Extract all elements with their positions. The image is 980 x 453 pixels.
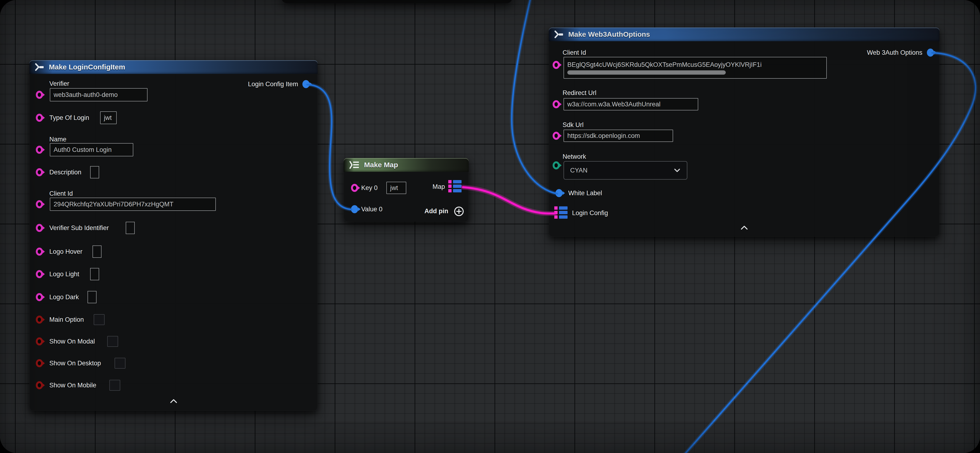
pin-client-id[interactable] [36,200,43,208]
node-title: Make Web3AuthOptions [568,30,650,38]
show-on-desktop-checkbox[interactable] [115,358,126,369]
client-id-value: 294QRkchfq2YaXUbPri7D6PH7xzHgQMT [54,201,173,208]
chevron-up-icon [740,225,748,230]
pin-label-login-config: Login Config [572,209,608,217]
pin-label-logo-light: Logo Light [49,270,79,278]
pin-web3auth-options-output[interactable] [927,49,934,57]
pin-label-value-0: Value 0 [361,205,383,213]
add-pin-plus-icon [453,206,465,217]
pin-login-config-item-output[interactable] [302,80,310,88]
client-id-input[interactable]: 294QRkchfq2YaXUbPri7D6PH7xzHgQMT [50,198,216,211]
key-0-input[interactable]: jwt [387,182,406,194]
h-scrollbar[interactable] [567,70,726,74]
description-input[interactable] [90,166,99,178]
make-map-icon [348,160,360,169]
network-selected-value: CYAN [570,167,587,174]
pin-label-redirect-url: Redirect Url [563,89,597,97]
pin-type-of-login[interactable] [36,114,43,122]
pin-verifier-sub-identifier[interactable] [36,224,43,232]
pin-key-0[interactable] [351,184,358,192]
node-make-loginconfigitem: Make LoginConfigItem Login Config Item V… [29,60,318,411]
pin-client-id[interactable] [553,61,560,69]
node-title: Make LoginConfigItem [49,63,125,71]
pin-label-verifier-sub-identifier: Verifier Sub Identifier [49,224,109,232]
pin-network[interactable] [553,162,560,169]
pin-label-web3auth-options: Web 3Auth Options [867,49,923,57]
collapse-node-button[interactable] [740,225,748,230]
chevron-up-icon [170,399,178,404]
offscreen-node-remnant[interactable] [281,0,512,3]
add-pin-label: Add pin [425,207,448,215]
node-header-make-loginconfigitem[interactable]: Make LoginConfigItem [29,60,318,74]
pin-main-option[interactable] [36,315,43,324]
pin-label-description: Description [49,168,81,176]
pin-value-0[interactable] [351,205,358,213]
pin-logo-light[interactable] [36,270,43,278]
redirect-url-value: w3a://com.w3a.Web3AuthUnreal [567,101,660,108]
pin-label-show-on-mobile: Show On Mobile [49,381,96,389]
blueprint-canvas[interactable]: Make LoginConfigItem Login Config Item V… [0,0,980,453]
key-0-value: jwt [390,184,398,192]
redirect-url-input[interactable]: w3a://com.w3a.Web3AuthUnreal [563,98,698,111]
pin-verifier[interactable] [36,91,43,99]
pin-login-config[interactable] [554,206,568,219]
pin-label-verifier: Verifier [49,79,69,88]
pin-logo-dark[interactable] [36,293,43,301]
sdk-url-input[interactable]: https://sdk.openlogin.com [563,130,673,142]
pin-label-main-option: Main Option [49,315,84,324]
network-dropdown[interactable]: CYAN [563,161,687,180]
chevron-down-icon [674,168,681,173]
web3auth-client-id-input[interactable]: BEglQSgt4cUWcj6SKRdu5QkOXTsePmMcusG5EAoy… [563,57,827,79]
pin-map-output[interactable] [448,180,461,192]
pin-label-client-id: Client Id [49,190,73,198]
pin-label-network: Network [563,152,586,161]
pin-label-login-config-item: Login Config Item [248,80,298,88]
verifier-value: web3auth-auth0-demo [54,91,118,98]
name-input[interactable]: Auth0 Custom Login [50,143,133,156]
node-make-web3authoptions: Make Web3AuthOptions Web 3Auth Options C… [549,27,939,237]
add-pin-button[interactable] [453,206,465,217]
pin-label-type-of-login: Type Of Login [49,114,89,122]
pin-label-logo-hover: Logo Hover [49,247,83,256]
logo-dark-input[interactable] [88,291,97,303]
pin-show-on-modal[interactable] [36,337,43,345]
node-title: Make Map [364,161,398,169]
pin-name[interactable] [36,146,43,154]
verifier-input[interactable]: web3auth-auth0-demo [50,88,148,101]
pin-show-on-mobile[interactable] [36,381,43,389]
pin-label-sdk-url: Sdk Url [563,121,584,129]
pin-logo-hover[interactable] [36,247,43,256]
logo-light-input[interactable] [90,268,99,280]
sdk-url-value: https://sdk.openlogin.com [567,132,640,139]
name-value: Auth0 Custom Login [54,146,112,154]
type-of-login-value: jwt [104,114,112,122]
pin-redirect-url[interactable] [553,100,560,108]
node-header-make-web3authoptions[interactable]: Make Web3AuthOptions [549,27,939,41]
wire-map-to-loginconfig-glow [463,187,555,214]
pin-description[interactable] [36,168,43,176]
screenshot-stage: Make LoginConfigItem Login Config Item V… [0,0,980,453]
pin-sdk-url[interactable] [553,132,560,140]
pin-label-show-on-desktop: Show On Desktop [49,359,101,367]
make-struct-icon [34,62,45,72]
show-on-modal-checkbox[interactable] [107,336,118,347]
wire-map-to-loginconfig [463,187,555,214]
collapse-node-button[interactable] [170,399,178,404]
verifier-sub-identifier-input[interactable] [126,222,135,234]
pin-label-name: Name [49,135,67,143]
pin-white-label[interactable] [555,189,563,197]
pin-label-white-label: White Label [568,189,602,197]
pin-label-key-0: Key 0 [361,184,377,192]
main-option-checkbox[interactable] [94,314,105,325]
pin-label-show-on-modal: Show On Modal [49,337,95,345]
type-of-login-input[interactable]: jwt [100,111,117,124]
pin-label-client-id: Client Id [563,49,586,57]
pin-label-logo-dark: Logo Dark [49,293,79,301]
make-struct-icon [554,30,565,39]
node-header-make-map[interactable]: Make Map [344,158,469,172]
pin-label-map: Map [433,183,445,191]
node-make-map: Make Map Key 0 jwt Map Value 0 Add pin [344,158,469,222]
logo-hover-input[interactable] [92,246,102,258]
show-on-mobile-checkbox[interactable] [109,380,120,391]
pin-show-on-desktop[interactable] [36,359,43,367]
